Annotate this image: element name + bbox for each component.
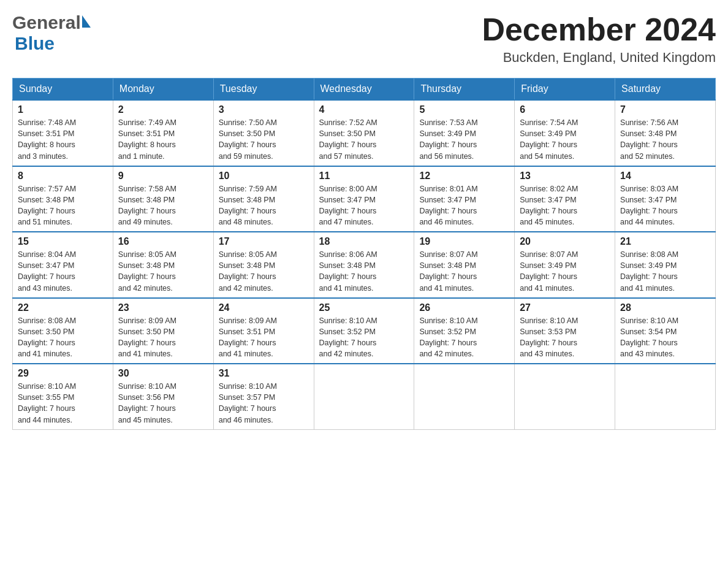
week-row: 29 Sunrise: 8:10 AMSunset: 3:55 PMDaylig… — [13, 364, 716, 429]
day-number: 28 — [620, 302, 710, 313]
table-row: 6 Sunrise: 7:54 AMSunset: 3:49 PMDayligh… — [515, 100, 615, 166]
day-number: 25 — [319, 302, 409, 313]
day-info: Sunrise: 8:00 AMSunset: 3:47 PMDaylight:… — [319, 183, 409, 228]
col-friday: Friday — [515, 79, 615, 101]
day-info: Sunrise: 7:50 AMSunset: 3:50 PMDaylight:… — [219, 117, 309, 162]
header: General Blue December 2024 Buckden, Engl… — [12, 12, 716, 66]
table-row: 24 Sunrise: 8:09 AMSunset: 3:51 PMDaylig… — [213, 298, 314, 364]
day-info: Sunrise: 8:08 AMSunset: 3:50 PMDaylight:… — [18, 315, 108, 360]
day-number: 7 — [620, 104, 710, 115]
calendar-table: Sunday Monday Tuesday Wednesday Thursday… — [12, 78, 716, 430]
day-number: 30 — [118, 368, 208, 379]
table-row — [314, 364, 414, 429]
day-number: 31 — [219, 368, 309, 379]
table-row: 13 Sunrise: 8:02 AMSunset: 3:47 PMDaylig… — [515, 166, 615, 232]
day-number: 14 — [620, 170, 710, 182]
location-subtitle: Buckden, England, United Kingdom — [482, 50, 716, 66]
table-row: 16 Sunrise: 8:05 AMSunset: 3:48 PMDaylig… — [113, 232, 213, 298]
table-row: 15 Sunrise: 8:04 AMSunset: 3:47 PMDaylig… — [13, 232, 113, 298]
day-number: 20 — [520, 236, 610, 247]
day-info: Sunrise: 7:56 AMSunset: 3:48 PMDaylight:… — [620, 117, 710, 162]
day-info: Sunrise: 8:03 AMSunset: 3:47 PMDaylight:… — [620, 183, 710, 228]
day-number: 17 — [219, 236, 309, 247]
table-row: 20 Sunrise: 8:07 AMSunset: 3:49 PMDaylig… — [515, 232, 615, 298]
logo: General Blue — [12, 12, 91, 54]
table-row — [515, 364, 615, 429]
day-number: 29 — [18, 368, 108, 379]
table-row: 18 Sunrise: 8:06 AMSunset: 3:48 PMDaylig… — [314, 232, 414, 298]
day-number: 26 — [419, 302, 509, 313]
day-number: 15 — [18, 236, 108, 247]
table-row: 17 Sunrise: 8:05 AMSunset: 3:48 PMDaylig… — [213, 232, 314, 298]
week-row: 1 Sunrise: 7:48 AMSunset: 3:51 PMDayligh… — [13, 100, 716, 166]
day-number: 12 — [419, 170, 509, 182]
table-row: 12 Sunrise: 8:01 AMSunset: 3:47 PMDaylig… — [414, 166, 515, 232]
table-row: 31 Sunrise: 8:10 AMSunset: 3:57 PMDaylig… — [213, 364, 314, 429]
day-number: 11 — [319, 170, 409, 182]
day-info: Sunrise: 8:07 AMSunset: 3:49 PMDaylight:… — [520, 249, 610, 294]
day-info: Sunrise: 8:07 AMSunset: 3:48 PMDaylight:… — [419, 249, 509, 294]
day-info: Sunrise: 8:08 AMSunset: 3:49 PMDaylight:… — [620, 249, 710, 294]
week-row: 22 Sunrise: 8:08 AMSunset: 3:50 PMDaylig… — [13, 298, 716, 364]
table-row: 3 Sunrise: 7:50 AMSunset: 3:50 PMDayligh… — [213, 100, 314, 166]
header-row: Sunday Monday Tuesday Wednesday Thursday… — [13, 79, 716, 101]
day-info: Sunrise: 7:54 AMSunset: 3:49 PMDaylight:… — [520, 117, 610, 162]
table-row: 22 Sunrise: 8:08 AMSunset: 3:50 PMDaylig… — [13, 298, 113, 364]
day-number: 10 — [219, 170, 309, 182]
day-info: Sunrise: 8:10 AMSunset: 3:56 PMDaylight:… — [118, 381, 208, 426]
col-tuesday: Tuesday — [213, 79, 314, 101]
logo-general-text: General — [12, 12, 81, 33]
day-info: Sunrise: 8:10 AMSunset: 3:55 PMDaylight:… — [18, 381, 108, 426]
title-area: December 2024 Buckden, England, United K… — [482, 12, 716, 66]
day-number: 4 — [319, 104, 409, 115]
day-number: 5 — [419, 104, 509, 115]
table-row: 7 Sunrise: 7:56 AMSunset: 3:48 PMDayligh… — [615, 100, 716, 166]
table-row: 27 Sunrise: 8:10 AMSunset: 3:53 PMDaylig… — [515, 298, 615, 364]
logo-blue-text: Blue — [15, 33, 55, 53]
day-number: 13 — [520, 170, 610, 182]
col-sunday: Sunday — [13, 79, 113, 101]
day-number: 2 — [118, 104, 208, 115]
day-info: Sunrise: 7:53 AMSunset: 3:49 PMDaylight:… — [419, 117, 509, 162]
day-number: 18 — [319, 236, 409, 247]
week-row: 8 Sunrise: 7:57 AMSunset: 3:48 PMDayligh… — [13, 166, 716, 232]
table-row: 21 Sunrise: 8:08 AMSunset: 3:49 PMDaylig… — [615, 232, 716, 298]
day-number: 6 — [520, 104, 610, 115]
table-row: 26 Sunrise: 8:10 AMSunset: 3:52 PMDaylig… — [414, 298, 515, 364]
day-number: 8 — [18, 170, 108, 182]
day-info: Sunrise: 8:05 AMSunset: 3:48 PMDaylight:… — [118, 249, 208, 294]
day-number: 23 — [118, 302, 208, 313]
table-row: 4 Sunrise: 7:52 AMSunset: 3:50 PMDayligh… — [314, 100, 414, 166]
day-info: Sunrise: 8:04 AMSunset: 3:47 PMDaylight:… — [18, 249, 108, 294]
day-info: Sunrise: 8:09 AMSunset: 3:50 PMDaylight:… — [118, 315, 208, 360]
day-number: 1 — [18, 104, 108, 115]
day-info: Sunrise: 7:48 AMSunset: 3:51 PMDaylight:… — [18, 117, 108, 162]
day-info: Sunrise: 8:10 AMSunset: 3:57 PMDaylight:… — [219, 381, 309, 426]
day-info: Sunrise: 8:10 AMSunset: 3:54 PMDaylight:… — [620, 315, 710, 360]
day-info: Sunrise: 8:01 AMSunset: 3:47 PMDaylight:… — [419, 183, 509, 228]
col-thursday: Thursday — [414, 79, 515, 101]
day-number: 24 — [219, 302, 309, 313]
day-info: Sunrise: 8:05 AMSunset: 3:48 PMDaylight:… — [219, 249, 309, 294]
day-info: Sunrise: 7:52 AMSunset: 3:50 PMDaylight:… — [319, 117, 409, 162]
day-info: Sunrise: 7:49 AMSunset: 3:51 PMDaylight:… — [118, 117, 208, 162]
day-number: 27 — [520, 302, 610, 313]
table-row: 30 Sunrise: 8:10 AMSunset: 3:56 PMDaylig… — [113, 364, 213, 429]
day-info: Sunrise: 7:59 AMSunset: 3:48 PMDaylight:… — [219, 183, 309, 228]
col-saturday: Saturday — [615, 79, 716, 101]
day-info: Sunrise: 8:10 AMSunset: 3:53 PMDaylight:… — [520, 315, 610, 360]
col-wednesday: Wednesday — [314, 79, 414, 101]
week-row: 15 Sunrise: 8:04 AMSunset: 3:47 PMDaylig… — [13, 232, 716, 298]
day-info: Sunrise: 8:10 AMSunset: 3:52 PMDaylight:… — [419, 315, 509, 360]
day-info: Sunrise: 8:02 AMSunset: 3:47 PMDaylight:… — [520, 183, 610, 228]
logo-triangle-icon — [82, 15, 91, 28]
table-row: 2 Sunrise: 7:49 AMSunset: 3:51 PMDayligh… — [113, 100, 213, 166]
day-number: 16 — [118, 236, 208, 247]
table-row: 23 Sunrise: 8:09 AMSunset: 3:50 PMDaylig… — [113, 298, 213, 364]
col-monday: Monday — [113, 79, 213, 101]
day-number: 22 — [18, 302, 108, 313]
table-row: 10 Sunrise: 7:59 AMSunset: 3:48 PMDaylig… — [213, 166, 314, 232]
table-row: 1 Sunrise: 7:48 AMSunset: 3:51 PMDayligh… — [13, 100, 113, 166]
table-row: 19 Sunrise: 8:07 AMSunset: 3:48 PMDaylig… — [414, 232, 515, 298]
table-row: 8 Sunrise: 7:57 AMSunset: 3:48 PMDayligh… — [13, 166, 113, 232]
